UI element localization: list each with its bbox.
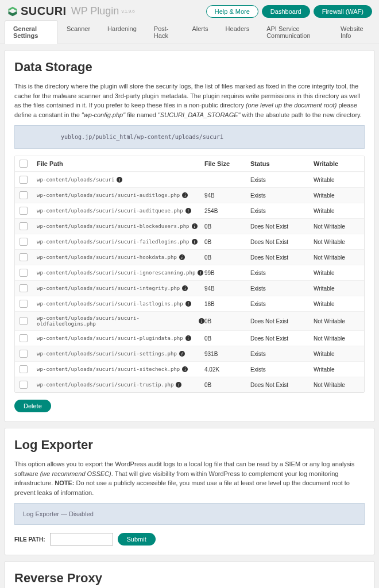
row-checkbox[interactable]	[20, 191, 28, 199]
status-cell: Exists	[250, 270, 314, 276]
tab-api-service-communication[interactable]: API Service Communication	[258, 20, 332, 44]
info-icon[interactable]: i	[179, 351, 185, 357]
tab-post-hack[interactable]: Post-Hack	[145, 20, 184, 44]
firewall-button[interactable]: Firewall (WAF)	[314, 5, 372, 18]
writable-cell: Not Writable	[314, 335, 359, 342]
row-checkbox[interactable]	[20, 300, 28, 308]
col-status: Status	[250, 160, 314, 167]
row-checkbox[interactable]	[20, 238, 28, 246]
select-all-checkbox[interactable]	[20, 160, 28, 168]
info-icon[interactable]: i	[182, 366, 188, 372]
log-exporter-desc: This option allows you to export the Wor…	[14, 459, 365, 497]
col-size: File Size	[204, 160, 250, 167]
status-cell: Does Not Exist	[250, 335, 314, 342]
logo-icon	[7, 6, 18, 17]
file-table: File Path File Size Status Writable wp-c…	[14, 156, 365, 393]
writable-cell: Writable	[314, 192, 359, 199]
table-row: wp-content/uploads/sucuri/sucuri-lastlog…	[15, 296, 364, 311]
file-size-cell: 0B	[204, 223, 250, 230]
writable-cell: Writable	[314, 301, 359, 307]
file-size-cell: 99B	[204, 270, 250, 276]
row-checkbox[interactable]	[20, 269, 28, 277]
file-path-cell: wp-content/uploads/sucuri/sucuri-ignores…	[37, 270, 204, 276]
info-icon[interactable]: i	[199, 318, 204, 324]
file-path-cell: wp-content/uploads/sucuri/sucuri-blocked…	[37, 223, 204, 229]
table-row: wp-content/uploads/sucuriiExistsWritable	[15, 172, 364, 187]
table-row: wp-content/uploads/sucuri/sucuri-ignores…	[15, 265, 364, 280]
col-file: File Path	[37, 160, 204, 167]
row-checkbox[interactable]	[20, 334, 28, 342]
info-icon[interactable]: i	[182, 285, 188, 291]
data-storage-desc: This is the directory where the plugin w…	[14, 82, 365, 119]
info-icon[interactable]: i	[185, 301, 191, 307]
dashboard-button[interactable]: Dashboard	[262, 5, 310, 18]
file-path-cell: wp-content/uploads/sucuri/sucuri-oldfail…	[37, 315, 204, 327]
row-checkbox[interactable]	[20, 207, 28, 215]
row-checkbox[interactable]	[20, 381, 28, 389]
status-cell: Does Not Exist	[250, 254, 314, 261]
tab-general-settings[interactable]: General Settings	[5, 20, 58, 44]
writable-cell: Not Writable	[314, 239, 359, 245]
info-icon[interactable]: i	[185, 208, 191, 214]
brand-logo: SUCURI WP Plugin v.1.9.6	[7, 5, 135, 18]
table-row: wp-content/uploads/sucuri/sucuri-blocked…	[15, 218, 364, 234]
file-size-cell: 0B	[204, 239, 250, 245]
tab-scanner[interactable]: Scanner	[58, 20, 99, 44]
file-size-cell: 0B	[204, 382, 250, 388]
status-cell: Exists	[250, 366, 314, 373]
log-exporter-title: Log Exporter	[14, 438, 365, 452]
file-path-cell: wp-content/uploads/sucuri/sucuri-auditqu…	[37, 208, 204, 214]
file-path-input[interactable]	[50, 533, 113, 546]
data-storage-title: Data Storage	[14, 60, 365, 75]
info-icon[interactable]: i	[198, 270, 203, 276]
info-icon[interactable]: i	[192, 239, 198, 245]
brand-text: SUCURI	[21, 5, 67, 18]
tab-alerts[interactable]: Alerts	[183, 20, 216, 44]
table-row: wp-content/uploads/sucuri/sucuri-failedl…	[15, 234, 364, 249]
row-checkbox[interactable]	[20, 317, 28, 325]
status-cell: Exists	[250, 192, 314, 199]
table-row: wp-content/uploads/sucuri/sucuri-trustip…	[15, 377, 364, 392]
file-size-cell: 94B	[204, 285, 250, 292]
writable-cell: Writable	[314, 270, 359, 276]
file-size-cell: 4.02K	[204, 366, 250, 373]
info-icon[interactable]: i	[176, 382, 181, 388]
file-path-cell: wp-content/uploads/sucuri/sucuri-trustip…	[37, 382, 204, 388]
file-path-cell: wp-content/uploads/sucuri/sucuri-siteche…	[37, 366, 204, 372]
tab-bar: General SettingsScannerHardeningPost-Hac…	[0, 20, 379, 44]
row-checkbox[interactable]	[20, 365, 28, 373]
writable-cell: Writable	[314, 208, 359, 214]
storage-path-box: yublog.jp/public_html/wp-content/uploads…	[14, 125, 365, 149]
submit-button[interactable]: Submit	[118, 533, 156, 546]
table-row: wp-content/uploads/sucuri/sucuri-siteche…	[15, 361, 364, 377]
row-checkbox[interactable]	[20, 350, 28, 358]
status-cell: Does Not Exist	[250, 239, 314, 245]
info-icon[interactable]: i	[192, 223, 198, 229]
writable-cell: Writable	[314, 177, 359, 183]
table-row: wp-content/uploads/sucuri/sucuri-setting…	[15, 346, 364, 361]
writable-cell: Not Writable	[314, 223, 359, 230]
data-storage-panel: Data Storage This is the directory where…	[5, 50, 374, 422]
file-path-label: FILE PATH:	[14, 536, 45, 543]
row-checkbox[interactable]	[20, 222, 28, 230]
status-cell: Exists	[250, 351, 314, 357]
table-row: wp-content/uploads/sucuri/sucuri-auditqu…	[15, 203, 364, 218]
table-row: wp-content/uploads/sucuri/sucuri-plugind…	[15, 330, 364, 346]
delete-button[interactable]: Delete	[14, 400, 51, 412]
help-button[interactable]: Help & More	[206, 5, 258, 18]
row-checkbox[interactable]	[20, 176, 28, 184]
row-checkbox[interactable]	[20, 284, 28, 292]
tab-hardening[interactable]: Hardening	[99, 20, 145, 44]
info-icon[interactable]: i	[117, 177, 122, 183]
row-checkbox[interactable]	[20, 253, 28, 261]
brand-version: v.1.9.6	[121, 9, 134, 14]
info-icon[interactable]: i	[185, 335, 191, 341]
tab-headers[interactable]: Headers	[217, 20, 258, 44]
tab-website-info[interactable]: Website Info	[332, 20, 374, 44]
writable-cell: Writable	[314, 366, 359, 373]
info-icon[interactable]: i	[182, 192, 188, 198]
writable-cell: Not Writable	[314, 318, 359, 324]
info-icon[interactable]: i	[179, 254, 185, 260]
writable-cell: Not Writable	[314, 382, 359, 388]
log-exporter-status: Log Exporter — Disabled	[14, 503, 365, 525]
